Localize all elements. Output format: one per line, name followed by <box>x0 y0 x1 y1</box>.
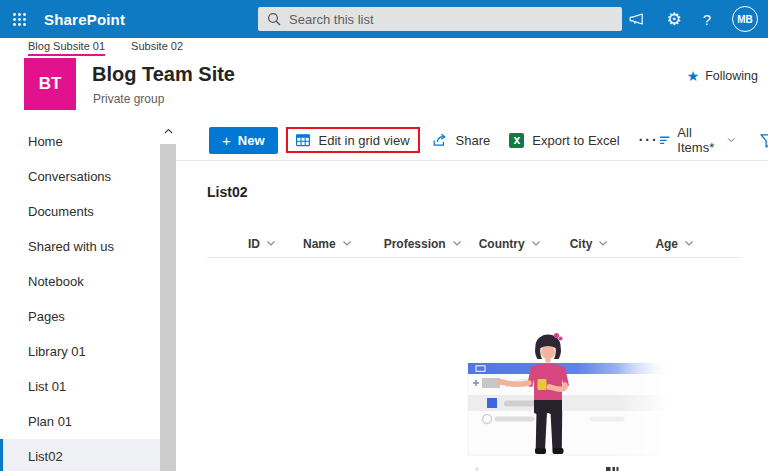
nav-scrollbar[interactable] <box>160 120 176 471</box>
grid-view-icon <box>295 132 311 148</box>
hubnav-item-blog-subsite-01[interactable]: Blog Subsite 01 <box>28 40 105 54</box>
column-header-name[interactable]: Name <box>303 237 352 251</box>
edit-in-grid-view-button-highlighted[interactable]: Edit in grid view <box>286 127 420 153</box>
view-selector-label: All Items* <box>677 125 720 155</box>
search-box[interactable] <box>258 7 622 31</box>
nav-item-plan-01[interactable]: Plan 01 <box>0 404 176 439</box>
list-title: List02 <box>207 184 247 200</box>
site-privacy-label: Private group <box>93 92 164 106</box>
app-launcher-icon[interactable] <box>0 0 38 38</box>
scrollbar-thumb[interactable] <box>160 144 176 471</box>
hubnav-item-subsite-02[interactable]: Subsite 02 <box>131 40 183 54</box>
settings-gear-icon[interactable]: ⚙ <box>666 11 681 28</box>
nav-item-list-01[interactable]: List 01 <box>0 369 176 404</box>
column-header-id[interactable]: ID <box>248 237 276 251</box>
announcements-icon[interactable] <box>628 11 645 27</box>
new-button-label: New <box>238 133 265 148</box>
column-header-country[interactable]: Country <box>479 237 541 251</box>
share-label: Share <box>456 133 491 148</box>
sharepoint-brand[interactable]: SharePoint <box>44 11 125 28</box>
sharepoint-page: SharePoint ⚙ ? MB Blog Subsite 01 Subsit… <box>0 0 768 471</box>
share-icon <box>431 132 448 148</box>
nav-item-notebook[interactable]: Notebook <box>0 264 176 299</box>
list-header-row: ID Name Profession Country City Age <box>207 230 742 258</box>
view-lines-icon <box>659 134 671 147</box>
nav-item-home[interactable]: Home <box>0 124 176 159</box>
nav-item-library-01[interactable]: Library 01 <box>0 334 176 369</box>
hub-nav: Blog Subsite 01 Subsite 02 <box>0 38 768 56</box>
nav-item-shared-with-us[interactable]: Shared with us <box>0 229 176 264</box>
site-title[interactable]: Blog Team Site <box>92 63 235 86</box>
filter-icon[interactable] <box>759 133 768 148</box>
help-icon[interactable]: ? <box>703 12 711 27</box>
suite-icons: ⚙ ? MB <box>628 0 758 38</box>
empty-list-illustration <box>420 323 680 471</box>
nav-item-list02[interactable]: List02 <box>0 439 176 471</box>
overflow-menu-button[interactable]: ··· <box>639 132 659 148</box>
share-button[interactable]: Share <box>431 132 491 148</box>
nav-item-documents[interactable]: Documents <box>0 194 176 229</box>
excel-icon <box>509 133 524 148</box>
site-logo[interactable]: BT <box>24 58 76 110</box>
column-header-city[interactable]: City <box>570 237 609 251</box>
following-label: Following <box>705 69 758 83</box>
search-icon <box>267 12 281 26</box>
account-avatar[interactable]: MB <box>732 6 758 32</box>
main-content: + New Edit in grid view Share <box>176 120 768 471</box>
following-star-icon: ★ <box>687 69 700 83</box>
nav-item-pages[interactable]: Pages <box>0 299 176 334</box>
search-input[interactable] <box>289 12 589 27</box>
export-to-excel-label: Export to Excel <box>532 133 619 148</box>
site-header: BT Blog Team Site Private group ★ Follow… <box>0 56 768 120</box>
export-to-excel-button[interactable]: Export to Excel <box>509 133 619 148</box>
command-bar-right: All Items* <box>659 125 768 155</box>
chevron-down-icon <box>727 136 736 144</box>
edit-in-grid-view-label: Edit in grid view <box>319 133 410 148</box>
view-selector[interactable]: All Items* <box>659 125 736 155</box>
plus-icon: + <box>222 133 231 148</box>
suite-bar: SharePoint ⚙ ? MB <box>0 0 768 38</box>
nav-item-conversations[interactable]: Conversations <box>0 159 176 194</box>
new-button[interactable]: + New <box>209 127 278 154</box>
column-header-profession[interactable]: Profession <box>384 237 462 251</box>
left-nav: Home Conversations Documents Shared with… <box>0 120 176 471</box>
column-header-age[interactable]: Age <box>655 237 694 251</box>
command-bar: + New Edit in grid view Share <box>176 120 768 161</box>
scrollbar-up-arrow-icon[interactable] <box>160 120 176 142</box>
following-button[interactable]: ★ Following <box>687 69 758 83</box>
